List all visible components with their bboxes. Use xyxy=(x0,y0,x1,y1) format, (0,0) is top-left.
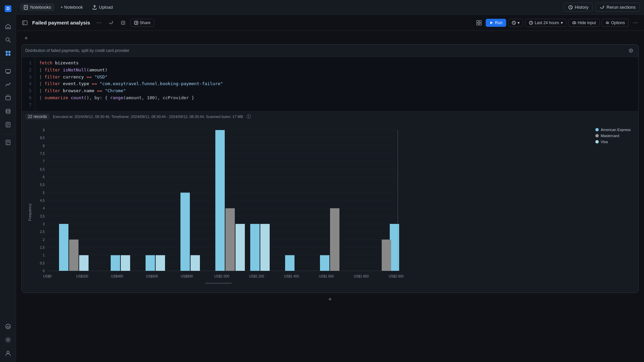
svg-text:0: 0 xyxy=(43,269,45,273)
cell-toolbar: Run ▾ Last 24 hours ▾ xyxy=(474,18,640,27)
rail-apm[interactable] xyxy=(2,78,14,90)
svg-point-13 xyxy=(6,109,10,111)
notebook-share-button[interactable] xyxy=(118,18,128,27)
svg-point-45 xyxy=(607,23,608,24)
more-options-button[interactable]: ⋯ xyxy=(631,18,640,27)
execution-info: Executed at: 2024/09/12, 08:30:46, Timef… xyxy=(53,115,243,119)
line-numbers: 1 2 3 4 5 6 7 xyxy=(22,57,35,111)
svg-point-41 xyxy=(574,22,575,23)
info-icon[interactable]: ⓘ xyxy=(247,114,251,120)
svg-text:4,5: 4,5 xyxy=(40,199,45,202)
legend-amex: American Express xyxy=(595,128,631,132)
bar-1200-visa xyxy=(260,224,270,271)
svg-text:5: 5 xyxy=(43,191,45,194)
run-button[interactable]: Run xyxy=(486,19,506,27)
history-button[interactable]: History xyxy=(564,3,593,12)
options-button[interactable]: Options xyxy=(602,19,629,27)
legend-label-mastercard: Mastercard xyxy=(601,134,619,138)
code-editor[interactable]: 1 2 3 4 5 6 7 fetch bizevents | filter i… xyxy=(22,57,638,111)
bar-200-amex xyxy=(59,224,68,271)
code-content: fetch bizevents | filter isNotNull(amoun… xyxy=(35,57,638,111)
svg-text:7,5: 7,5 xyxy=(40,152,45,156)
chart-area: Frequency xyxy=(22,122,638,293)
svg-text:1: 1 xyxy=(43,253,45,257)
nav-upload[interactable]: Upload xyxy=(89,3,116,11)
schedule-button[interactable]: ▾ xyxy=(508,19,523,27)
rail-divider-2 xyxy=(3,62,13,62)
svg-point-25 xyxy=(7,351,9,354)
svg-rect-30 xyxy=(22,21,27,25)
rail-ai[interactable]: AI xyxy=(2,320,14,333)
timeframe-button[interactable]: Last 24 hours ▾ xyxy=(525,19,567,27)
svg-text:2,5: 2,5 xyxy=(40,230,45,234)
bar-200-visa xyxy=(79,255,89,271)
add-cell-top-button[interactable]: + xyxy=(21,34,31,43)
rail-logo[interactable]: D xyxy=(2,3,14,15)
rail-cloud[interactable] xyxy=(2,92,14,104)
notebook-content: + Distribution of failed payments, split… xyxy=(16,31,644,362)
svg-text:8: 8 xyxy=(43,144,45,147)
sidebar-toggle[interactable] xyxy=(20,18,30,27)
bar-1000-amex xyxy=(215,130,225,271)
rail-data[interactable] xyxy=(2,105,14,117)
svg-rect-12 xyxy=(6,97,10,100)
svg-text:3: 3 xyxy=(43,222,45,226)
rail-user[interactable] xyxy=(2,347,14,359)
rail-divider-3 xyxy=(3,133,13,134)
svg-text:6: 6 xyxy=(43,175,45,179)
bar-800-amex xyxy=(180,192,190,270)
rail-home[interactable] xyxy=(2,20,14,33)
rerun-sections-button[interactable]: Rerun sections xyxy=(595,3,640,12)
svg-rect-34 xyxy=(477,20,479,22)
rail-settings[interactable] xyxy=(2,334,14,346)
svg-text:US$200: US$200 xyxy=(76,275,89,278)
rail-logs[interactable] xyxy=(2,119,14,131)
cell-title: Distribution of failed payments, split b… xyxy=(25,48,627,53)
add-cell-bottom-button[interactable]: + xyxy=(325,295,335,304)
grid-icon-btn[interactable] xyxy=(474,18,484,27)
rail-search[interactable] xyxy=(2,34,14,46)
svg-text:2: 2 xyxy=(43,238,45,241)
bar-600-visa xyxy=(156,255,165,271)
notebook-refresh-button[interactable] xyxy=(106,18,116,27)
code-line-2: | filter isNotNull(amount) xyxy=(39,67,634,74)
bar-400-visa xyxy=(121,255,130,271)
svg-text:4: 4 xyxy=(43,206,45,210)
notebook-toolbar: Failed payment analysis ⋯ Share xyxy=(16,15,644,31)
bar-400-amex xyxy=(111,255,120,271)
svg-line-3 xyxy=(9,41,10,43)
add-cell-bottom: + xyxy=(21,293,639,308)
notebook-more-button[interactable]: ⋯ xyxy=(94,18,104,27)
svg-rect-4 xyxy=(6,51,8,53)
rail-infrastructure[interactable] xyxy=(2,65,14,77)
cell-header: Distribution of failed payments, split b… xyxy=(22,45,638,57)
svg-text:US$400: US$400 xyxy=(111,275,123,278)
rail-apps[interactable] xyxy=(2,47,14,59)
svg-text:US$600: US$600 xyxy=(146,275,158,278)
svg-text:9: 9 xyxy=(43,128,45,132)
legend-visa: Visa xyxy=(595,140,631,144)
left-rail: D xyxy=(0,0,16,362)
chart-legend: American Express Mastercard Visa xyxy=(591,125,635,146)
svg-point-44 xyxy=(606,21,607,22)
results-bar: 22 records Executed at: 2024/09/12, 08:3… xyxy=(22,111,638,122)
cell-icon-1[interactable] xyxy=(627,47,635,55)
rail-notebooks[interactable] xyxy=(2,136,14,148)
code-line-4: | filter event.type == "com.easytravel.f… xyxy=(39,80,634,87)
nav-right-actions: History Rerun sections xyxy=(564,3,640,12)
legend-label-amex: American Express xyxy=(601,128,631,132)
hide-input-button[interactable]: Hide input xyxy=(569,19,600,27)
svg-text:US$1 600: US$1 600 xyxy=(319,275,334,278)
notebook-title: Failed payment analysis xyxy=(32,20,90,25)
legend-dot-visa xyxy=(595,140,599,143)
nav-notebooks[interactable]: Notebooks xyxy=(20,3,54,11)
svg-text:US$1 400: US$1 400 xyxy=(284,275,299,278)
share-button[interactable]: Share xyxy=(130,19,154,27)
nav-new-notebook[interactable]: + Notebook xyxy=(57,3,86,11)
svg-text:D: D xyxy=(6,6,9,11)
svg-rect-37 xyxy=(479,23,481,25)
svg-text:7: 7 xyxy=(43,160,45,163)
bar-1200-amex xyxy=(250,224,260,271)
legend-dot-mastercard xyxy=(595,134,599,137)
chart-svg: Frequency xyxy=(27,125,591,289)
